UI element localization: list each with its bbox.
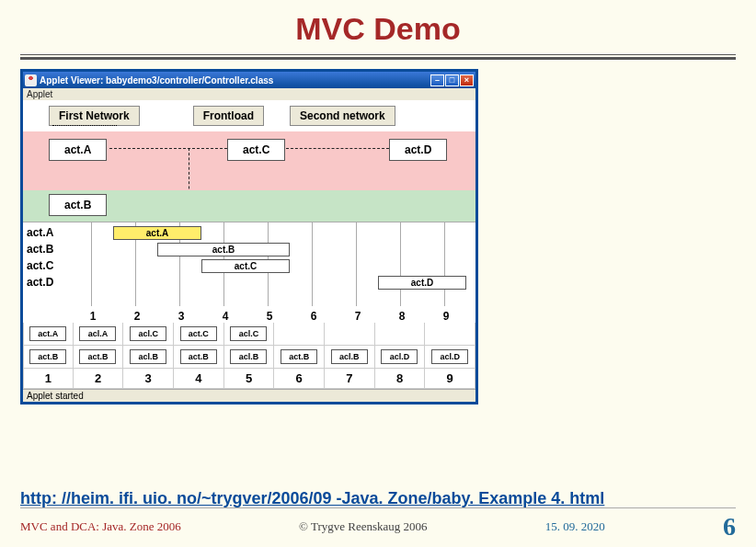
grid-cell[interactable]: acl.C [230,326,267,341]
calendar-numbers: 1 2 3 4 5 6 7 8 9 [23,369,475,389]
titlebar: Applet Viewer: babydemo3/controller/Cont… [23,72,475,88]
second-network-button[interactable]: Second network [290,106,395,126]
page-title: MVC Demo [0,0,756,54]
gantt-tick: 1 [84,310,102,323]
gantt-tick: 2 [128,310,146,323]
node-act-d[interactable]: act.D [389,139,447,161]
gantt-tick: 4 [216,310,235,323]
rule-thick [20,57,736,60]
page-number: 6 [723,512,736,541]
maximize-icon[interactable]: □ [445,74,459,86]
gantt-tick: 7 [349,310,367,323]
window-title: Applet Viewer: babydemo3/controller/Cont… [40,75,273,85]
grid-col-number: 1 [24,369,73,388]
minimize-icon[interactable]: – [430,74,444,86]
rule-thin [20,54,736,55]
calendar-grid: act.A acl.A acl.C act.C acl.C act.B act.… [23,323,475,369]
grid-col-number: 5 [224,369,274,388]
example-url-link[interactable]: http: //heim. ifi. uio. no/~trygver/2006… [20,489,604,508]
gantt-chart: act.A act.B act.C act.D act.A act.B act.… [23,222,475,323]
gantt-tick: 3 [172,310,190,323]
grid-cell[interactable]: acl.D [381,349,418,364]
gantt-bar-b[interactable]: act.B [157,243,290,256]
footer: MVC and DCA: Java. Zone 2006 © Trygve Re… [20,507,736,541]
grid-cell[interactable]: acl.B [230,349,267,364]
gantt-tick: 5 [260,310,279,323]
gantt-tick: 9 [437,310,455,323]
grid-cell[interactable]: act.C [180,326,217,341]
grid-cell[interactable]: acl.C [130,326,166,341]
grid-cell[interactable]: act.B [29,349,66,364]
grid-cell[interactable]: acl.A [79,326,116,341]
java-icon [25,74,37,86]
footer-date: 15. 09. 2020 [545,519,605,534]
network-panel-bottom: act.B [23,190,475,222]
node-act-c[interactable]: act.C [227,139,285,161]
grid-cell[interactable]: acl.B [130,349,166,364]
grid-col-number: 8 [375,369,425,388]
gantt-bar-a[interactable]: act.A [113,226,201,240]
grid-col-number: 4 [174,369,223,388]
close-icon[interactable]: × [460,74,474,86]
first-network-button[interactable]: First Network [49,106,140,126]
window: Applet Viewer: babydemo3/controller/Cont… [20,69,478,405]
gantt-bar-c[interactable]: act.C [201,259,290,273]
grid-cell[interactable]: act.B [79,349,116,364]
node-act-a[interactable]: act.A [49,139,107,161]
grid-cell[interactable]: acl.D [431,349,468,364]
grid-col-number: 6 [274,369,324,388]
grid-col-number: 3 [123,369,173,388]
grid-cell[interactable]: act.A [29,326,66,341]
menubar[interactable]: Applet [23,88,475,100]
gantt-row-label: act.D [27,276,53,289]
gantt-tick: 6 [304,310,323,323]
gantt-tick: 8 [393,310,411,323]
edge-a-c [109,148,227,149]
gantt-bar-d[interactable]: act.D [378,276,466,290]
gantt-row-label: act.A [27,226,53,239]
gantt-row-label: act.B [27,243,53,256]
footer-left: MVC and DCA: Java. Zone 2006 [20,519,181,534]
grid-cell[interactable]: act.B [180,349,217,364]
node-act-b[interactable]: act.B [49,194,107,216]
edge-c-d [286,148,389,149]
grid-col-number: 2 [74,369,123,388]
grid-cell[interactable]: act.B [281,349,317,364]
status-bar: Applet started [23,389,475,402]
gantt-row-label: act.C [27,259,53,272]
grid-col-number: 9 [425,369,475,388]
frontload-button[interactable]: Frontload [193,106,264,126]
applet-screenshot: Applet Viewer: babydemo3/controller/Cont… [20,69,478,405]
grid-cell[interactable]: acl.B [331,349,368,364]
footer-copyright: © Trygve Reenskaug 2006 [299,519,428,534]
grid-col-number: 7 [325,369,374,388]
network-panel-top: act.A act.C act.D [23,131,475,190]
